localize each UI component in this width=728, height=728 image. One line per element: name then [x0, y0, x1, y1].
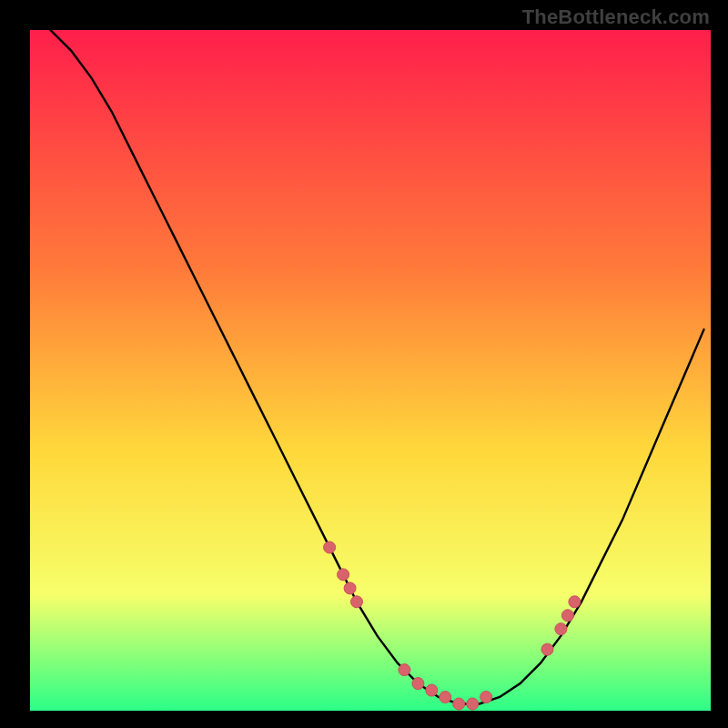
data-marker [324, 541, 336, 553]
data-marker [399, 664, 410, 676]
data-marker [453, 698, 465, 710]
data-marker [338, 569, 349, 581]
data-marker [440, 692, 451, 703]
data-marker [541, 643, 553, 655]
chart-frame [30, 30, 711, 711]
data-marker [480, 692, 492, 703]
data-marker [561, 610, 573, 622]
data-marker [569, 596, 581, 608]
data-marker [426, 684, 438, 696]
data-marker [555, 623, 567, 635]
gradient-background [30, 30, 711, 711]
data-marker [344, 582, 356, 594]
data-marker [467, 698, 479, 710]
data-marker [412, 678, 424, 690]
data-marker [351, 596, 363, 608]
bottleneck-chart [30, 30, 711, 711]
watermark-text: TheBottleneck.com [522, 5, 710, 29]
